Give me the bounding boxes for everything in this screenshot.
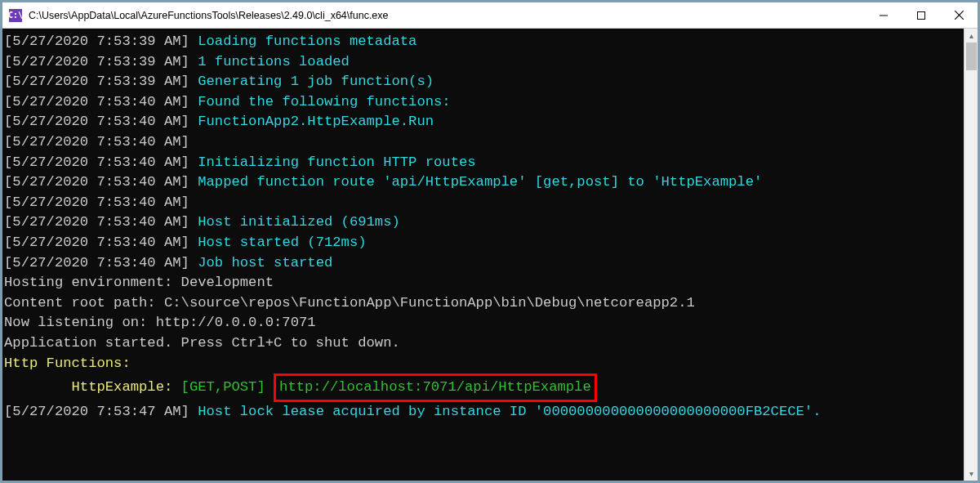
scroll-down-arrow-icon[interactable]: ▾ bbox=[964, 467, 978, 481]
highlighted-url-box: http://localhost:7071/api/HttpExample bbox=[274, 373, 597, 402]
minimize-button[interactable] bbox=[865, 2, 902, 29]
log-line: [5/27/2020 7:53:40 AM] bbox=[4, 132, 962, 153]
log-line: [5/27/2020 7:53:39 AM] Generating 1 job … bbox=[4, 72, 962, 92]
http-function-methods: [GET,POST] bbox=[181, 379, 265, 395]
log-timestamp: [5/27/2020 7:53:40 AM] bbox=[4, 214, 198, 230]
log-line: Now listening on: http://0.0.0.0:7071 bbox=[4, 313, 962, 333]
log-timestamp: [5/27/2020 7:53:39 AM] bbox=[4, 54, 198, 69]
log-plain-text: Now listening on: http://0.0.0.0:7071 bbox=[4, 315, 316, 330]
window-title: C:\Users\AppData\Local\AzureFunctionsToo… bbox=[29, 10, 389, 21]
log-message: Host initialized (691ms) bbox=[198, 214, 400, 230]
log-timestamp: [5/27/2020 7:53:39 AM] bbox=[4, 34, 198, 49]
svg-rect-1 bbox=[918, 11, 925, 19]
log-message: Host lock lease acquired by instance ID … bbox=[198, 404, 821, 419]
log-timestamp: [5/27/2020 7:53:40 AM] bbox=[4, 94, 198, 110]
log-line: [5/27/2020 7:53:40 AM] Mapped function r… bbox=[4, 172, 962, 193]
log-timestamp: [5/27/2020 7:53:40 AM] bbox=[4, 195, 198, 210]
log-line: [5/27/2020 7:53:40 AM] Job host started bbox=[4, 253, 962, 274]
log-timestamp: [5/27/2020 7:53:40 AM] bbox=[4, 255, 198, 271]
log-message: 1 functions loaded bbox=[198, 54, 350, 69]
titlebar[interactable]: C:\ C:\Users\AppData\Local\AzureFunction… bbox=[2, 2, 978, 29]
log-message: Job host started bbox=[198, 255, 332, 271]
log-timestamp: [5/27/2020 7:53:40 AM] bbox=[4, 154, 198, 170]
http-function-row: HttpExample: [GET,POST] http://localhost… bbox=[4, 373, 962, 402]
console-window: C:\ C:\Users\AppData\Local\AzureFunction… bbox=[0, 0, 980, 483]
log-timestamp: [5/27/2020 7:53:40 AM] bbox=[4, 134, 198, 150]
close-button[interactable] bbox=[940, 2, 978, 29]
log-plain-text: Content root path: C:\source\repos\Funct… bbox=[4, 295, 695, 311]
log-message: Generating 1 job function(s) bbox=[198, 74, 434, 89]
terminal-output[interactable]: [5/27/2020 7:53:39 AM] Loading functions… bbox=[2, 29, 964, 481]
log-line: Http Functions: bbox=[4, 354, 962, 374]
log-line: [5/27/2020 7:53:40 AM] Found the followi… bbox=[4, 92, 962, 113]
log-line: [5/27/2020 7:53:47 AM] Host lock lease a… bbox=[4, 402, 962, 423]
log-timestamp: [5/27/2020 7:53:40 AM] bbox=[4, 114, 198, 129]
log-line: Content root path: C:\source\repos\Funct… bbox=[4, 293, 962, 314]
app-icon: C:\ bbox=[9, 9, 22, 22]
log-message: Host started (712ms) bbox=[198, 235, 366, 250]
log-line: [5/27/2020 7:53:39 AM] 1 functions loade… bbox=[4, 52, 962, 73]
log-message: Loading functions metadata bbox=[198, 34, 416, 49]
log-timestamp: [5/27/2020 7:53:39 AM] bbox=[4, 74, 198, 89]
http-function-name: HttpExample: bbox=[72, 379, 181, 395]
log-plain-text: Application started. Press Ctrl+C to shu… bbox=[4, 335, 400, 351]
vertical-scrollbar[interactable]: ▴ ▾ bbox=[964, 29, 978, 481]
scroll-track[interactable] bbox=[964, 42, 978, 467]
scroll-thumb[interactable] bbox=[966, 42, 977, 70]
log-line: [5/27/2020 7:53:40 AM] FunctionApp2.Http… bbox=[4, 112, 962, 132]
log-plain-text: Hosting environment: Development bbox=[4, 275, 274, 290]
log-timestamp: [5/27/2020 7:53:47 AM] bbox=[4, 404, 198, 419]
log-timestamp: [5/27/2020 7:53:40 AM] bbox=[4, 174, 198, 190]
http-functions-header: Http Functions: bbox=[4, 356, 131, 371]
log-message: Mapped function route 'api/HttpExample' … bbox=[198, 174, 762, 190]
log-line: [5/27/2020 7:53:40 AM] Initializing func… bbox=[4, 153, 962, 173]
log-message: FunctionApp2.HttpExample.Run bbox=[198, 114, 434, 129]
log-message: Initializing function HTTP routes bbox=[198, 154, 475, 170]
log-line: [5/27/2020 7:53:40 AM] bbox=[4, 193, 962, 213]
log-line: Application started. Press Ctrl+C to shu… bbox=[4, 333, 962, 354]
scroll-up-arrow-icon[interactable]: ▴ bbox=[964, 29, 978, 42]
http-function-url: http://localhost:7071/api/HttpExample bbox=[279, 379, 591, 395]
log-line: [5/27/2020 7:53:39 AM] Loading functions… bbox=[4, 32, 962, 52]
maximize-button[interactable] bbox=[902, 2, 940, 29]
log-line: [5/27/2020 7:53:40 AM] Host started (712… bbox=[4, 233, 962, 253]
log-line: [5/27/2020 7:53:40 AM] Host initialized … bbox=[4, 212, 962, 233]
log-message: Found the following functions: bbox=[198, 94, 450, 110]
log-timestamp: [5/27/2020 7:53:40 AM] bbox=[4, 235, 198, 250]
client-area: [5/27/2020 7:53:39 AM] Loading functions… bbox=[2, 29, 978, 481]
log-line: Hosting environment: Development bbox=[4, 273, 962, 293]
